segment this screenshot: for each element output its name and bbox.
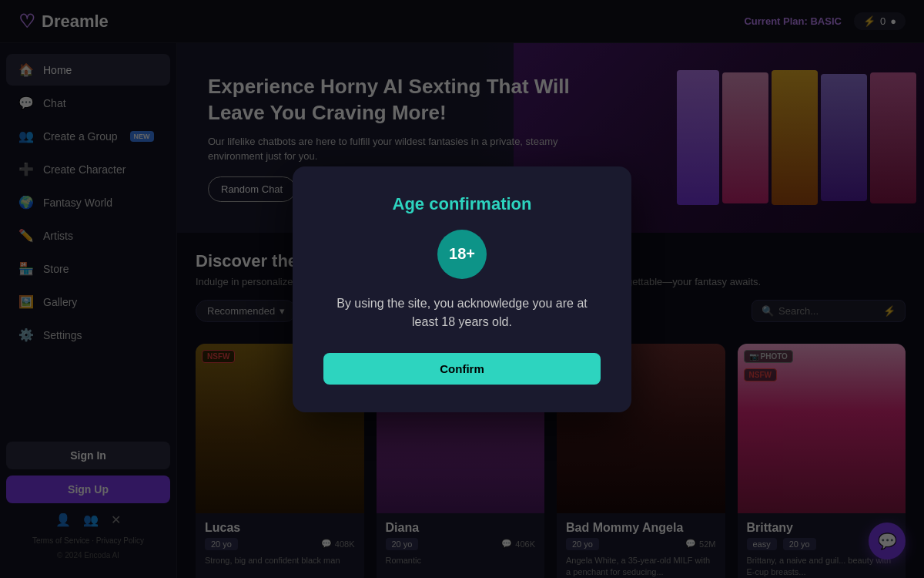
age-confirmation-modal: Age confirmation 18+ By using the site, … — [293, 166, 631, 412]
age-circle: 18+ — [437, 230, 487, 279]
modal-text: By using the site, you acknowledge you a… — [323, 294, 601, 331]
modal-overlay[interactable]: Age confirmation 18+ By using the site, … — [0, 0, 924, 578]
modal-title: Age confirmation — [323, 194, 601, 214]
confirm-button[interactable]: Confirm — [323, 353, 601, 385]
